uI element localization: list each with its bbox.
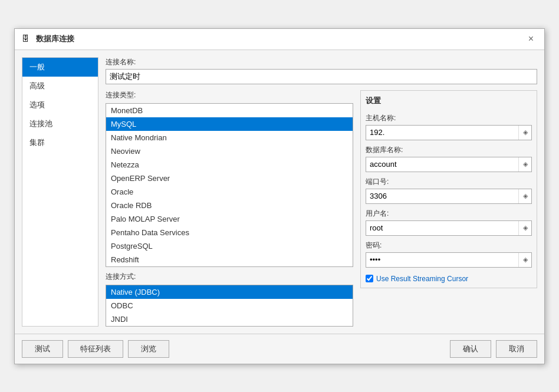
- list-item[interactable]: OpenERP Server: [106, 172, 353, 185]
- connection-name-label: 连接名称:: [106, 57, 537, 67]
- sidebar: 一般 高级 选项 连接池 集群: [22, 57, 98, 327]
- username-label: 用户名:: [366, 209, 532, 219]
- sidebar-item-cluster[interactable]: 集群: [22, 133, 98, 152]
- title-bar-left: 🗄 数据库连接: [22, 34, 74, 44]
- connection-name-row: 连接名称:: [106, 57, 537, 84]
- password-input[interactable]: [366, 253, 518, 267]
- password-icon: ◈: [518, 253, 531, 267]
- port-input-container: ◈: [366, 189, 532, 204]
- settings-title: 设置: [366, 95, 532, 106]
- password-label: 密码:: [366, 241, 532, 251]
- streaming-checkbox-row: Use Result Streaming Cursor: [366, 275, 532, 283]
- title-bar: 🗄 数据库连接 ×: [15, 29, 544, 50]
- list-item[interactable]: ODBC: [106, 299, 353, 312]
- close-button[interactable]: ×: [525, 33, 537, 45]
- connection-type-listbox[interactable]: MonetDB MySQL Native Mondrian Neoview Ne…: [106, 103, 353, 267]
- port-row: 端口号: ◈: [366, 177, 532, 204]
- username-row: 用户名: ◈: [366, 209, 532, 236]
- right-column: 设置 主机名称: ◈ 数据库名称: ◈: [360, 90, 537, 327]
- password-row: 密码: ◈: [366, 241, 532, 268]
- sidebar-item-pool[interactable]: 连接池: [22, 114, 98, 133]
- port-label: 端口号:: [366, 177, 532, 187]
- features-button[interactable]: 特征列表: [68, 340, 123, 358]
- connection-name-input[interactable]: [106, 69, 537, 84]
- footer-right-buttons: 确认 取消: [450, 340, 537, 358]
- streaming-label[interactable]: Use Result Streaming Cursor: [376, 275, 468, 283]
- list-item[interactable]: PostgreSQL: [106, 239, 353, 253]
- list-item[interactable]: Native Mondrian: [106, 131, 353, 144]
- streaming-checkbox[interactable]: [366, 275, 373, 282]
- browse-button[interactable]: 浏览: [128, 340, 169, 358]
- sidebar-item-options[interactable]: 选项: [22, 95, 98, 114]
- dialog-body: 一般 高级 选项 连接池 集群 连接名称:: [15, 50, 544, 334]
- hostname-icon: ◈: [518, 126, 531, 140]
- username-input-container: ◈: [366, 220, 532, 236]
- port-icon: ◈: [518, 189, 531, 203]
- list-item[interactable]: Native (JDBC): [106, 285, 353, 299]
- dbname-input[interactable]: [366, 157, 518, 172]
- list-item[interactable]: JNDI: [106, 312, 353, 326]
- connection-type-row: 连接类型: MonetDB MySQL Native Mondrian Neov…: [106, 90, 353, 267]
- main-content: 连接名称: 连接类型: MonetDB MySQL Native Mondria…: [106, 57, 537, 327]
- hostname-row: 主机名称: ◈: [366, 113, 532, 140]
- hostname-input-container: ◈: [366, 125, 532, 140]
- password-input-container: ◈: [366, 252, 532, 268]
- dialog-footer: 测试 特征列表 浏览 确认 取消: [15, 334, 544, 364]
- dbname-label: 数据库名称:: [366, 145, 532, 155]
- hostname-input[interactable]: [366, 126, 518, 140]
- list-item[interactable]: Oracle RDB: [106, 199, 353, 212]
- list-item[interactable]: Oracle: [106, 185, 353, 199]
- hostname-label: 主机名称:: [366, 113, 532, 123]
- list-item[interactable]: Palo MOLAP Server: [106, 212, 353, 226]
- dbname-row: 数据库名称: ◈: [366, 145, 532, 172]
- cancel-button[interactable]: 取消: [496, 340, 537, 358]
- sidebar-item-advanced[interactable]: 高级: [22, 77, 98, 95]
- list-item[interactable]: Netezza: [106, 158, 353, 172]
- left-column: 连接类型: MonetDB MySQL Native Mondrian Neov…: [106, 90, 353, 327]
- list-item[interactable]: MonetDB: [106, 104, 353, 117]
- username-icon: ◈: [518, 221, 531, 235]
- connection-method-row: 连接方式: Native (JDBC) ODBC JNDI: [106, 272, 353, 327]
- dbname-input-container: ◈: [366, 157, 532, 172]
- connection-type-label: 连接类型:: [106, 90, 353, 100]
- two-col-layout: 连接类型: MonetDB MySQL Native Mondrian Neov…: [106, 90, 537, 327]
- list-item[interactable]: Neoview: [106, 144, 353, 158]
- test-button[interactable]: 测试: [22, 340, 63, 358]
- dbname-icon: ◈: [518, 157, 531, 172]
- settings-panel: 设置 主机名称: ◈ 数据库名称: ◈: [360, 90, 537, 288]
- db-icon: 🗄: [22, 34, 31, 44]
- port-input[interactable]: [366, 189, 518, 203]
- database-connection-dialog: 🗄 数据库连接 × 一般 高级 选项 连接池 集群: [14, 28, 545, 364]
- sidebar-item-general[interactable]: 一般: [22, 58, 98, 77]
- dialog-title: 数据库连接: [36, 34, 74, 44]
- footer-left-buttons: 测试 特征列表 浏览: [22, 340, 169, 358]
- confirm-button[interactable]: 确认: [450, 340, 491, 358]
- list-item[interactable]: MySQL: [106, 117, 353, 131]
- connection-method-label: 连接方式:: [106, 272, 353, 282]
- list-item[interactable]: Redshift: [106, 253, 353, 266]
- connection-method-listbox[interactable]: Native (JDBC) ODBC JNDI: [106, 285, 353, 327]
- username-input[interactable]: [366, 221, 518, 235]
- list-item[interactable]: Pentaho Data Services: [106, 226, 353, 239]
